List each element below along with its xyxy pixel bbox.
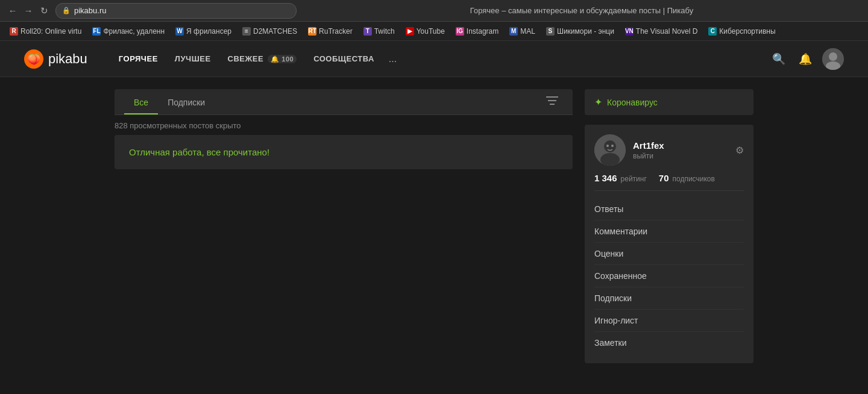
corona-notice[interactable]: ✦ Коронавирус — [585, 89, 753, 115]
sidebar-item-answers[interactable]: Ответы — [594, 198, 744, 220]
username: Art1fex — [633, 140, 728, 151]
bookmark-shikimori[interactable]: SШикимори - энци — [541, 25, 619, 37]
address-bar[interactable]: 🔒 pikabu.ru — [55, 3, 297, 19]
browser-chrome: ← → ↻ 🔒 pikabu.ru Горячее – самые интере… — [0, 0, 868, 22]
header-right: 🔍 🔔 — [769, 48, 844, 70]
site-header: 🍑 pikabu ГОРЯЧЕЕ ЛУЧШЕЕ СВЕЖЕЕ 🔔 100 СОО… — [0, 41, 868, 77]
subscribers-stat: 70 подписчиков — [659, 173, 715, 183]
avatar-svg — [594, 134, 626, 166]
corona-icon: ✦ — [594, 96, 602, 108]
bookmark-freelancer[interactable]: WЯ фрилансер — [171, 25, 236, 37]
sidebar-item-saved[interactable]: Сохраненное — [594, 265, 744, 287]
corona-label: Коронавирус — [607, 98, 658, 107]
sidebar-item-comments[interactable]: Комментарии — [594, 220, 744, 243]
sidebar-item-ratings[interactable]: Оценки — [594, 243, 744, 265]
content-area: Все Подписки 828 просмотренных постов ск… — [115, 89, 573, 368]
subscribers-number: 70 — [659, 173, 669, 183]
tabs-bar: Все Подписки — [115, 89, 573, 115]
nav-fresh[interactable]: СВЕЖЕЕ 🔔 100 — [221, 49, 304, 68]
sidebar-item-subscriptions[interactable]: Подписки — [594, 287, 744, 310]
bookmark-label-instagram: Instagram — [467, 27, 498, 36]
bookmark-label-cybersport: Киберспортивны — [719, 27, 775, 36]
bookmark-label-rutracker: RuTracker — [319, 27, 353, 36]
sidebar-nav: Ответы Комментарии Оценки Сохраненное По… — [594, 198, 744, 354]
main-nav: ГОРЯЧЕЕ ЛУЧШЕЕ СВЕЖЕЕ 🔔 100 СООБЩЕСТВА .… — [112, 49, 769, 69]
notifications-button[interactable]: 🔔 — [796, 49, 815, 69]
refresh-button[interactable]: ↻ — [39, 5, 49, 16]
rating-stat: 1 346 рейтинг — [594, 173, 647, 183]
bookmark-label-freelancer: Я фрилансер — [186, 27, 231, 36]
bookmark-d2matches[interactable]: ≡D2MATCHES — [237, 25, 302, 37]
url-text: pikabu.ru — [74, 6, 106, 15]
nav-icons: ← → ↻ — [7, 5, 49, 16]
svg-point-9 — [606, 145, 609, 147]
rating-number: 1 346 — [594, 173, 617, 183]
bookmark-visualnovel[interactable]: VNThe Visual Novel D — [620, 25, 703, 37]
bookmark-mal[interactable]: MMAL — [505, 25, 540, 37]
bookmark-freelance[interactable]: FLФриланс, удаленн — [87, 25, 169, 37]
bookmark-label-youtube: YouTube — [417, 27, 445, 36]
lock-icon: 🔒 — [62, 7, 71, 14]
page-title: Горячее – самые интересные и обсуждаемые… — [303, 6, 861, 15]
all-read-message: Отличная работа, все прочитано! — [115, 135, 573, 169]
main-container: Все Подписки 828 просмотренных постов ск… — [102, 77, 766, 380]
bookmark-label-d2matches: D2MATCHES — [253, 27, 297, 36]
logout-link[interactable]: выйти — [633, 152, 728, 160]
tab-subscriptions[interactable]: Подписки — [158, 89, 215, 114]
forward-button[interactable]: → — [23, 5, 34, 16]
tab-all[interactable]: Все — [124, 89, 158, 114]
bookmark-label-visualnovel: The Visual Novel D — [636, 27, 698, 36]
subscribers-label: подписчиков — [673, 175, 715, 183]
sidebar: ✦ Коронавирус Art1fex — [585, 89, 753, 368]
bookmark-cybersport[interactable]: CКиберспортивны — [703, 25, 780, 37]
bookmark-label-shikimori: Шикимори - энци — [557, 27, 614, 36]
logo-area[interactable]: 🍑 pikabu — [24, 49, 87, 69]
search-button[interactable]: 🔍 — [769, 49, 788, 69]
bookmarks-bar: RRoll20: Online virtuFLФриланс, удаленнW… — [0, 22, 868, 41]
pikabu-logo-icon: 🍑 — [24, 49, 43, 69]
logo-text: pikabu — [48, 51, 87, 67]
user-info: Art1fex выйти — [633, 140, 728, 160]
bookmark-label-freelance: Фриланс, удаленн — [103, 27, 165, 36]
filter-button[interactable] — [541, 91, 563, 113]
user-card: Art1fex выйти ⚙ 1 346 рейтинг 70 подписч… — [585, 125, 753, 363]
user-avatar-header[interactable] — [822, 48, 844, 70]
bookmark-label-twitch: Twitch — [374, 27, 395, 36]
nav-communities[interactable]: СООБЩЕСТВА — [306, 49, 382, 68]
user-header: Art1fex выйти ⚙ — [594, 134, 744, 166]
svg-point-10 — [611, 145, 614, 147]
nav-more-button[interactable]: ... — [384, 49, 401, 69]
settings-icon[interactable]: ⚙ — [735, 145, 744, 156]
bookmark-label-roll20: Roll20: Online virtu — [20, 27, 81, 36]
nav-best[interactable]: ЛУЧШЕЕ — [168, 49, 218, 68]
avatar-image — [822, 48, 844, 70]
user-stats: 1 346 рейтинг 70 подписчиков — [594, 173, 744, 183]
bookmark-rutracker[interactable]: RTRuTracker — [303, 25, 357, 37]
bookmark-twitch[interactable]: TTwitch — [359, 25, 400, 37]
bookmark-youtube[interactable]: ▶YouTube — [401, 25, 450, 37]
user-avatar[interactable] — [594, 134, 626, 166]
fresh-badge: 🔔 100 — [268, 55, 297, 63]
bookmark-label-mal: MAL — [520, 27, 535, 36]
divider — [594, 190, 744, 191]
nav-hot[interactable]: ГОРЯЧЕЕ — [112, 49, 165, 68]
back-button[interactable]: ← — [7, 5, 18, 16]
hidden-posts-notice: 828 просмотренных постов скрыто — [115, 115, 573, 135]
rating-label: рейтинг — [621, 175, 647, 183]
sidebar-item-ignore[interactable]: Игнор-лист — [594, 310, 744, 332]
svg-point-8 — [600, 153, 620, 166]
bookmark-instagram[interactable]: IGInstagram — [451, 25, 503, 37]
sidebar-item-notes[interactable]: Заметки — [594, 332, 744, 354]
svg-point-1 — [829, 52, 837, 61]
bookmark-roll20[interactable]: RRoll20: Online virtu — [5, 25, 86, 37]
